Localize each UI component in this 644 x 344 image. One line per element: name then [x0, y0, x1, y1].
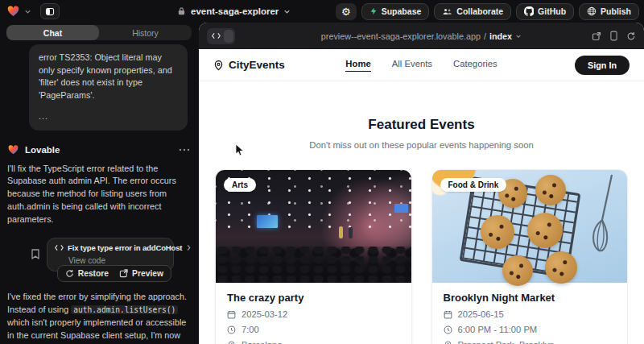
projector-screen — [257, 215, 278, 228]
event-title: The crazy party — [227, 292, 400, 304]
audience-crowd — [216, 247, 411, 283]
people-icon — [442, 7, 452, 16]
clock-icon — [227, 325, 236, 334]
event-image-conference: Arts — [216, 170, 411, 283]
tab-history[interactable]: History — [99, 25, 192, 40]
map-pin-icon — [444, 341, 452, 344]
map-pin-icon — [227, 341, 236, 344]
version-actions: Restore Preview — [57, 265, 171, 282]
event-image-cookies: Food & Drink — [432, 170, 628, 283]
restore-icon — [65, 269, 74, 278]
settings-gear-button[interactable]: ⚙ — [336, 3, 357, 20]
preview-url-page: index — [489, 31, 512, 41]
collaborate-button[interactable]: Collaborate — [434, 3, 511, 20]
chat-history-tabs: Chat History — [6, 25, 192, 40]
section-subtitle: Don't miss out on these popular events h… — [199, 140, 644, 150]
stage-person — [349, 227, 353, 238]
toggle-sidebar-button[interactable] — [40, 3, 60, 19]
toggle-knob — [224, 30, 233, 43]
event-time: 7:00 — [242, 325, 259, 334]
event-date: 2025-06-15 — [458, 309, 504, 319]
calendar-icon — [444, 310, 452, 319]
bookmark-icon[interactable] — [31, 248, 40, 260]
code-view-toggle[interactable] — [207, 28, 235, 44]
preview-url-bar: preview--event-saga-explorer.lovable.app… — [199, 23, 644, 49]
top-bar: event-saga-explorer ⚙ Supabase Collabora… — [0, 0, 644, 23]
section-title: Featured Events — [199, 117, 644, 133]
preview-toolbar: preview--event-saga-explorer.lovable.app… — [199, 23, 644, 49]
event-date: 2025-03-12 — [242, 309, 287, 319]
open-in-new-tab-icon[interactable] — [592, 31, 601, 41]
sign-in-button[interactable]: Sign In — [575, 56, 630, 75]
map-pin-icon — [213, 60, 224, 71]
chat-panel: Chat History error TS2353: Object litera… — [0, 23, 198, 344]
project-switcher[interactable]: event-saga-explorer — [177, 0, 291, 23]
category-badge: Arts — [224, 178, 256, 192]
cookie — [502, 255, 533, 286]
user-error-text: error TS2353: Object literal may only sp… — [39, 52, 178, 102]
mobile-view-icon[interactable] — [610, 31, 617, 41]
user-message-bubble: error TS2353: Object literal may only sp… — [29, 44, 188, 131]
code-icon — [212, 32, 221, 39]
event-card[interactable]: Arts The crazy party 2025-03-12 7:00 Bar… — [215, 169, 412, 344]
event-time: 6:00 PM - 11:00 PM — [458, 325, 538, 334]
message-menu-button[interactable] — [179, 148, 190, 151]
assistant-name: Lovable — [25, 145, 173, 155]
open-preview-icon — [119, 269, 128, 278]
whisk-icon — [588, 173, 621, 262]
stage-person — [339, 226, 343, 238]
refresh-icon[interactable] — [626, 31, 636, 41]
lovable-avatar-icon — [7, 144, 19, 155]
nav-home[interactable]: Home — [345, 59, 370, 72]
globe-icon — [587, 6, 597, 16]
preview-panel: preview--event-saga-explorer.lovable.app… — [199, 23, 644, 344]
chevron-right-icon — [186, 244, 192, 251]
event-location: Prospect Park, Brooklyn — [458, 340, 555, 344]
event-card[interactable]: Food & Drink Brooklyn Night Market 2025-… — [431, 169, 629, 344]
cookie — [481, 215, 514, 249]
inline-code: auth.admin.listUsers() — [71, 305, 178, 314]
site-brand[interactable]: CityEvents — [213, 59, 285, 71]
calendar-icon — [227, 310, 236, 319]
projector-screen — [394, 204, 408, 213]
chevron-down-icon[interactable] — [24, 8, 31, 15]
code-change-title: Fix type type error in addCoHost — [68, 243, 182, 252]
project-name: event-saga-explorer — [191, 6, 279, 16]
cookie — [545, 251, 577, 284]
lock-icon — [177, 6, 186, 16]
supabase-button[interactable]: Supabase — [361, 3, 430, 20]
event-cards: Arts The crazy party 2025-03-12 7:00 Bar… — [199, 169, 644, 344]
tab-chat[interactable]: Chat — [6, 25, 99, 40]
chevron-down-icon — [283, 8, 291, 15]
github-icon — [524, 6, 534, 16]
code-icon — [55, 244, 64, 251]
assistant-result-message: I've fixed the error by simplifying the … — [7, 291, 190, 344]
supabase-bolt-icon — [369, 6, 378, 16]
message-truncation-ellipsis: ... — [39, 110, 178, 123]
nav-categories[interactable]: Categories — [453, 59, 497, 72]
site-header: CityEvents Home All Events Categories Si… — [199, 49, 644, 81]
preview-button[interactable]: Preview — [119, 269, 163, 278]
cookie — [535, 175, 566, 205]
site-content: CityEvents Home All Events Categories Si… — [199, 49, 644, 344]
lovable-logo-icon[interactable] — [6, 5, 20, 18]
nav-all-events[interactable]: All Events — [392, 59, 432, 72]
view-code-link[interactable]: View code — [68, 256, 166, 265]
assistant-intro-message: I'll fix the TypeScript error related to… — [7, 163, 190, 227]
gear-icon: ⚙ — [341, 6, 351, 17]
chevron-down-icon[interactable] — [515, 33, 522, 39]
github-button[interactable]: GitHub — [516, 3, 574, 20]
publish-button[interactable]: Publish — [579, 3, 639, 20]
featured-events-section: Featured Events Don't miss out on these … — [199, 117, 644, 150]
event-title: Brooklyn Night Market — [444, 292, 617, 304]
category-badge: Food & Drink — [440, 178, 507, 192]
preview-url-host: preview--event-saga-explorer.lovable.app — [321, 31, 481, 41]
restore-button[interactable]: Restore — [65, 269, 109, 278]
clock-icon — [444, 325, 452, 334]
event-location: Barcelone — [242, 340, 282, 344]
